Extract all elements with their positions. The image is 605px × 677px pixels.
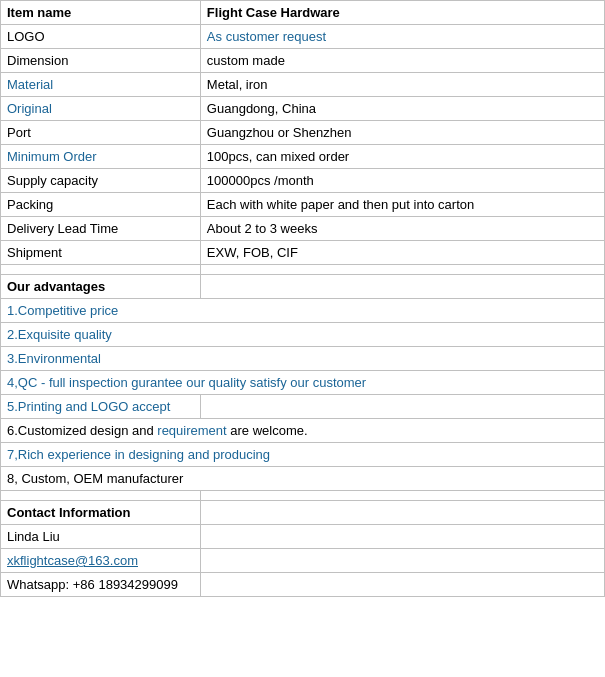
table-row: LOGO As customer request [1,25,605,49]
label-minimum-order: Minimum Order [1,145,201,169]
table-row: Packing Each with white paper and then p… [1,193,605,217]
advantage-8: 8, Custom, OEM manufacturer [1,467,605,491]
advantage-row: 8, Custom, OEM manufacturer [1,467,605,491]
contact-name: Linda Liu [1,525,201,549]
label-packing: Packing [1,193,201,217]
table-row: Minimum Order 100pcs, can mixed order [1,145,605,169]
table-row: Original Guangdong, China [1,97,605,121]
label-shipment: Shipment [1,241,201,265]
value-minimum-order: 100pcs, can mixed order [200,145,604,169]
label-delivery-lead-time: Delivery Lead Time [1,217,201,241]
table-row: Shipment EXW, FOB, CIF [1,241,605,265]
value-material: Metal, iron [200,73,604,97]
label-original: Original [1,97,201,121]
contact-header-right [200,501,604,525]
value-shipment: EXW, FOB, CIF [200,241,604,265]
label-supply-capacity: Supply capacity [1,169,201,193]
table-row: Dimension custom made [1,49,605,73]
advantage-row: 3.Environmental [1,347,605,371]
contact-row-name: Linda Liu [1,525,605,549]
contact-row-whatsapp: Whatsapp: +86 18934299099 [1,573,605,597]
contact-header-row: Contact Information [1,501,605,525]
advantage-1: 1.Competitive price [1,299,605,323]
advantage-row: 4,QC - full inspection gurantee our qual… [1,371,605,395]
email-link[interactable]: xkflightcase@163.com [7,553,138,568]
label-dimension: Dimension [1,49,201,73]
advantage-2: 2.Exquisite quality [1,323,605,347]
label-material: Material [1,73,201,97]
contact-whatsapp: Whatsapp: +86 18934299099 [1,573,201,597]
value-supply-capacity: 100000pcs /month [200,169,604,193]
advantage-5: 5.Printing and LOGO accept [1,395,201,419]
contact-row-email: xkflightcase@163.com [1,549,605,573]
value-port: Guangzhou or Shenzhen [200,121,604,145]
advantage-7: 7,Rich experience in designing and produ… [1,443,605,467]
advantage-row: 1.Competitive price [1,299,605,323]
value-dimension: custom made [200,49,604,73]
contact-email-right [200,549,604,573]
table-row: Supply capacity 100000pcs /month [1,169,605,193]
advantage-3: 3.Environmental [1,347,605,371]
table-row: Material Metal, iron [1,73,605,97]
value-logo: As customer request [200,25,604,49]
value-original: Guangdong, China [200,97,604,121]
value-delivery-lead-time: About 2 to 3 weeks [200,217,604,241]
advantage-4: 4,QC - full inspection gurantee our qual… [1,371,605,395]
table-row: Port Guangzhou or Shenzhen [1,121,605,145]
label-logo: LOGO [1,25,201,49]
advantage-row: 7,Rich experience in designing and produ… [1,443,605,467]
label-port: Port [1,121,201,145]
advantage-row: 2.Exquisite quality [1,323,605,347]
contact-whatsapp-right [200,573,604,597]
advantages-header-right [200,275,604,299]
advantages-header: Our advantages [1,275,201,299]
advantage-row: 5.Printing and LOGO accept [1,395,605,419]
contact-name-right [200,525,604,549]
column-header-product-name: Flight Case Hardware [200,1,604,25]
advantage-5-right [200,395,604,419]
contact-header: Contact Information [1,501,201,525]
advantages-header-row: Our advantages [1,275,605,299]
contact-email[interactable]: xkflightcase@163.com [1,549,201,573]
spacer-row-2 [1,491,605,501]
spacer-row [1,265,605,275]
column-header-item-name: Item name [1,1,201,25]
value-packing: Each with white paper and then put into … [200,193,604,217]
advantage-6: 6.Customized design and requirement are … [1,419,605,443]
table-row: Delivery Lead Time About 2 to 3 weeks [1,217,605,241]
advantage-row: 6.Customized design and requirement are … [1,419,605,443]
